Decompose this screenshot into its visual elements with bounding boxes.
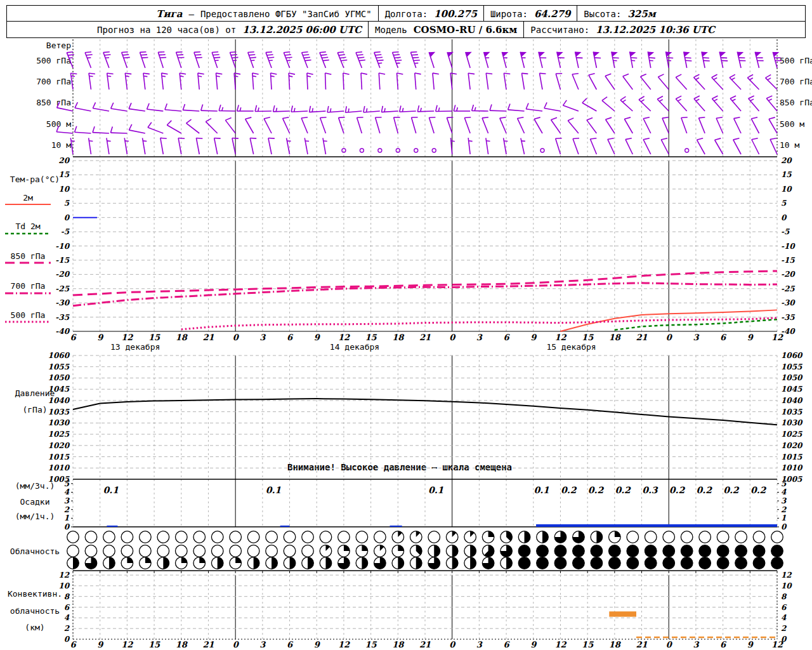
svg-text:18: 18 [392, 640, 405, 649]
svg-text:9: 9 [314, 640, 321, 649]
svg-text:1040: 1040 [48, 396, 70, 405]
svg-text:0: 0 [233, 333, 240, 342]
svg-text:1060: 1060 [48, 351, 70, 360]
svg-text:12: 12 [121, 333, 133, 342]
svg-text:12: 12 [338, 333, 350, 342]
svg-text:4: 4 [64, 488, 70, 496]
svg-text:1035: 1035 [48, 408, 70, 416]
svg-text:0.2: 0.2 [750, 485, 767, 495]
svg-text:18: 18 [609, 640, 622, 649]
svg-text:15: 15 [365, 333, 377, 342]
svg-text:15: 15 [58, 170, 69, 179]
svg-text:15: 15 [148, 333, 160, 342]
svg-text:9: 9 [97, 333, 104, 342]
svg-text:1055: 1055 [48, 362, 70, 371]
svg-text:21: 21 [202, 640, 214, 649]
svg-text:9: 9 [747, 640, 754, 649]
svg-text:18: 18 [176, 333, 188, 342]
svg-text:4: 4 [64, 613, 70, 622]
svg-text:-15: -15 [781, 256, 795, 265]
svg-text:15: 15 [781, 170, 792, 179]
svg-text:0: 0 [781, 213, 787, 222]
svg-text:12: 12 [58, 571, 70, 580]
svg-text:-20: -20 [781, 270, 796, 279]
svg-text:0: 0 [64, 635, 70, 644]
svg-text:21: 21 [636, 640, 647, 649]
svg-text:-25: -25 [781, 284, 795, 293]
svg-text:-30: -30 [781, 298, 796, 307]
svg-text:6: 6 [70, 640, 77, 649]
svg-text:-20: -20 [55, 270, 70, 279]
svg-text:3: 3 [64, 496, 70, 505]
svg-text:1060: 1060 [781, 351, 803, 360]
svg-text:6: 6 [720, 333, 727, 342]
svg-text:1: 1 [781, 514, 786, 522]
svg-text:18: 18 [609, 333, 622, 342]
svg-text:8: 8 [781, 592, 787, 601]
svg-text:0: 0 [64, 213, 70, 222]
svg-text:6: 6 [504, 640, 511, 649]
svg-text:18: 18 [176, 640, 188, 649]
svg-text:12: 12 [771, 333, 783, 342]
svg-text:-5: -5 [61, 227, 70, 236]
svg-text:6: 6 [287, 333, 294, 342]
svg-text:-35: -35 [781, 313, 795, 322]
svg-text:21: 21 [636, 333, 647, 342]
svg-text:1015: 1015 [781, 453, 802, 461]
svg-text:1020: 1020 [48, 441, 70, 450]
svg-text:0.2: 0.2 [561, 485, 577, 495]
svg-text:3: 3 [476, 640, 483, 649]
svg-text:3: 3 [259, 640, 266, 649]
svg-text:1055: 1055 [781, 362, 802, 371]
meteogram-canvas: 2020151510105500-5-5-10-10-15-15-20-20-2… [0, 0, 812, 650]
svg-text:6: 6 [720, 640, 727, 649]
svg-text:1: 1 [64, 514, 69, 522]
svg-text:3: 3 [259, 333, 266, 342]
svg-text:3: 3 [476, 333, 483, 342]
svg-text:-35: -35 [55, 313, 69, 322]
svg-text:0.2: 0.2 [723, 485, 740, 495]
svg-text:12: 12 [781, 571, 792, 580]
svg-text:0.2: 0.2 [697, 485, 713, 495]
svg-text:15: 15 [148, 640, 160, 649]
svg-text:1030: 1030 [781, 418, 803, 427]
svg-text:12: 12 [554, 333, 566, 342]
svg-text:1025: 1025 [48, 430, 70, 439]
svg-text:3: 3 [693, 640, 699, 649]
svg-text:4: 4 [781, 613, 787, 622]
svg-text:6: 6 [781, 603, 787, 612]
svg-text:0: 0 [781, 522, 787, 531]
svg-text:12: 12 [554, 640, 566, 649]
svg-text:2: 2 [781, 624, 787, 633]
svg-text:4: 4 [781, 488, 787, 496]
svg-text:0.3: 0.3 [642, 485, 658, 495]
svg-text:8: 8 [64, 592, 70, 601]
svg-text:15: 15 [582, 333, 594, 342]
svg-text:0: 0 [449, 640, 456, 649]
svg-text:20: 20 [781, 156, 792, 165]
svg-text:0: 0 [666, 640, 673, 649]
svg-text:12: 12 [771, 640, 783, 649]
svg-text:13 декабря: 13 декабря [110, 342, 160, 352]
svg-text:5: 5 [64, 479, 70, 488]
svg-text:9: 9 [97, 640, 104, 649]
svg-text:10: 10 [781, 185, 792, 194]
svg-text:18: 18 [392, 333, 405, 342]
svg-text:1045: 1045 [781, 385, 802, 394]
svg-text:21: 21 [419, 640, 431, 649]
svg-text:-40: -40 [55, 327, 70, 336]
svg-text:14 декабря: 14 декабря [330, 342, 379, 352]
svg-text:21: 21 [419, 333, 431, 342]
svg-text:5: 5 [781, 199, 787, 208]
svg-text:1040: 1040 [781, 396, 803, 405]
svg-text:0.2: 0.2 [588, 485, 605, 495]
svg-text:0: 0 [233, 640, 240, 649]
svg-text:0.2: 0.2 [615, 485, 631, 495]
svg-text:10: 10 [58, 581, 70, 590]
svg-text:21: 21 [202, 333, 214, 342]
svg-text:9: 9 [530, 333, 537, 342]
svg-text:0.1: 0.1 [534, 485, 549, 495]
svg-text:0: 0 [449, 333, 456, 342]
svg-text:9: 9 [314, 333, 321, 342]
svg-text:0.1: 0.1 [103, 485, 119, 495]
